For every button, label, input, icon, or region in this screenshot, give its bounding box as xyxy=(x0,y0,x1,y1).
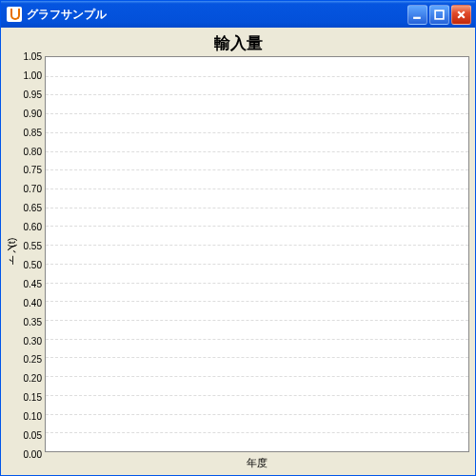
gridline xyxy=(46,376,468,377)
gridline xyxy=(46,395,468,396)
gridline xyxy=(46,264,468,265)
gridline xyxy=(46,301,468,302)
minimize-button[interactable] xyxy=(407,5,427,25)
gridline xyxy=(46,94,468,95)
window-title: グラフサンプル xyxy=(27,7,407,23)
gridline xyxy=(46,357,468,358)
y-tick-label: 0.20 xyxy=(24,373,42,384)
y-tick-label: 0.55 xyxy=(24,241,42,251)
client-area: 輸入量 トン(t) 0.000.050.100.150.200.250.300.… xyxy=(1,28,475,475)
gridline xyxy=(46,432,468,433)
y-tick-label: 0.70 xyxy=(24,184,42,194)
gridline xyxy=(46,414,468,415)
gridline xyxy=(46,151,468,152)
gridline xyxy=(46,245,468,246)
y-tick-label: 0.00 xyxy=(24,449,42,460)
gridline xyxy=(46,208,468,208)
y-axis-label: トン(t) xyxy=(5,56,18,454)
java-icon xyxy=(7,7,22,22)
plot-area xyxy=(45,56,469,452)
window-controls xyxy=(407,5,471,25)
y-tick-label: 0.60 xyxy=(24,222,42,232)
y-tick-label: 1.00 xyxy=(24,69,42,80)
y-tick-label: 0.25 xyxy=(24,354,42,365)
maximize-button[interactable] xyxy=(429,5,449,25)
gridline xyxy=(46,113,468,114)
y-tick-label: 0.65 xyxy=(24,203,42,213)
svg-rect-1 xyxy=(435,10,444,19)
x-axis-label: 年度 xyxy=(45,454,469,471)
gridline xyxy=(46,169,468,170)
titlebar[interactable]: グラフサンプル xyxy=(1,1,475,28)
gridline xyxy=(46,283,468,284)
y-tick-label: 0.10 xyxy=(24,411,42,422)
y-tick-label: 0.80 xyxy=(24,146,42,156)
y-tick-label: 0.30 xyxy=(24,335,42,346)
y-tick-label: 0.15 xyxy=(24,392,42,403)
gridline xyxy=(46,76,468,77)
svg-rect-0 xyxy=(413,16,421,18)
y-tick-label: 0.40 xyxy=(24,297,42,307)
y-tick-label: 0.50 xyxy=(24,259,42,269)
y-tick-label: 0.90 xyxy=(24,108,42,118)
y-tick-label: 0.05 xyxy=(24,430,42,441)
y-tick-label: 0.95 xyxy=(24,89,42,99)
y-tick-label: 1.05 xyxy=(24,51,42,62)
gridline xyxy=(46,320,468,321)
gridline xyxy=(46,188,468,189)
y-axis: 0.000.050.100.150.200.250.300.350.400.45… xyxy=(18,56,45,454)
y-tick-label: 0.75 xyxy=(24,165,42,175)
gridline xyxy=(46,339,468,340)
y-tick-label: 0.45 xyxy=(24,278,42,288)
chart-title: 輸入量 xyxy=(1,28,475,56)
gridline xyxy=(46,132,468,133)
app-window: グラフサンプル 輸入量 トン(t) 0.000.050.100.150.200.… xyxy=(0,0,476,476)
y-tick-label: 0.35 xyxy=(24,316,42,327)
y-tick-label: 0.85 xyxy=(24,127,42,137)
chart-area: トン(t) 0.000.050.100.150.200.250.300.350.… xyxy=(1,56,475,454)
close-button[interactable] xyxy=(451,5,471,25)
gridline xyxy=(46,226,468,227)
